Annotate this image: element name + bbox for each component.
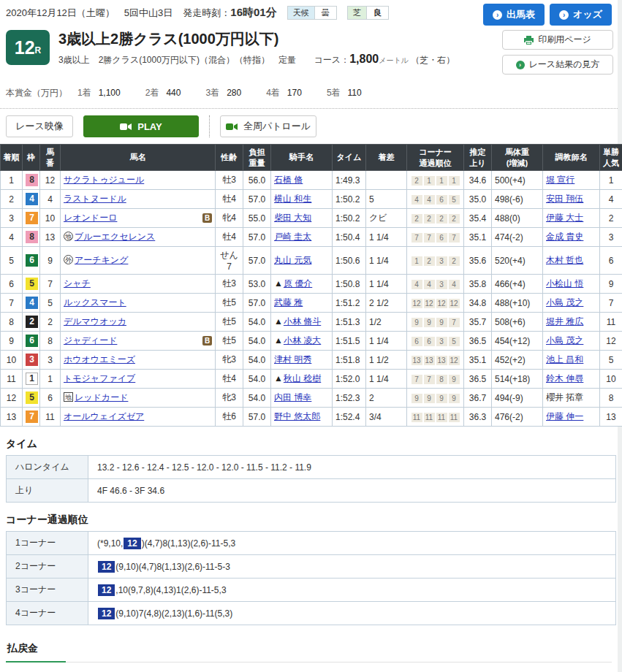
corner-position: 2	[449, 256, 460, 266]
margin-cell: 1 1/2	[366, 351, 407, 370]
corner-row-value: 12,10(9,7,8)(4,13)1(2,6)-11-5,3	[88, 579, 616, 602]
jockey-link[interactable]: 戸崎 圭太	[274, 232, 311, 242]
apprentice-mark: ▲	[274, 316, 283, 327]
horse-name-link[interactable]: デルマウオッカ	[64, 316, 126, 327]
horse-name-link[interactable]: ルックスマート	[64, 297, 126, 308]
time-cell: 1:50.8	[333, 275, 366, 294]
frame-number: 5	[26, 392, 38, 404]
corner-position: 11	[449, 413, 460, 422]
sex-age-cell: 牡5	[216, 332, 243, 351]
jockey-link[interactable]: 内田 博幸	[274, 392, 311, 402]
column-header: タイム	[333, 145, 366, 171]
jockey-link[interactable]: 小林 凌大	[284, 335, 321, 345]
results-guide-button[interactable]: › レース結果の見方	[502, 55, 613, 75]
trainer-link[interactable]: 金成 貴史	[546, 232, 583, 242]
corner-position: 7	[449, 233, 460, 243]
horse-name-link[interactable]: レオンドーロ	[64, 213, 117, 223]
horse-name-cell: 地ブルーエクセレンス	[61, 228, 216, 247]
trainer-link[interactable]: 伊藤 伸一	[546, 411, 583, 421]
frame-number: 7	[26, 411, 38, 423]
table-row: 3710レオンドーロB牝455.0柴田 大知1:50.2クビ222235.448…	[1, 209, 622, 228]
jockey-link[interactable]: 石橋 脩	[274, 175, 303, 185]
pos-cell: 8	[1, 313, 23, 332]
odds-button[interactable]: › オッズ	[550, 4, 612, 26]
column-header: 馬体重(増減)	[492, 145, 543, 171]
corner-position: 12	[411, 299, 422, 308]
blinker-badge: B	[202, 336, 212, 345]
corner-position: 9	[424, 394, 435, 403]
win-popularity-cell: 7	[600, 294, 622, 313]
frame-cell: 6	[23, 332, 40, 351]
win-popularity-cell: 12	[600, 332, 622, 351]
table-row: 244ラストヌードル牡457.0横山 和生1:50.25446535.0498(…	[1, 190, 622, 209]
horse-name-cell: トモジャファイブ	[61, 370, 216, 389]
time-cell: 1:51.3	[333, 313, 366, 332]
corner-position: 3	[436, 337, 447, 346]
horse-name-link[interactable]: オールウェイズゼア	[64, 411, 144, 421]
trainer-link[interactable]: 木村 哲也	[546, 255, 583, 265]
apprentice-mark: ▲	[274, 335, 283, 345]
jockey-link[interactable]: 津村 明秀	[274, 354, 311, 364]
horse-name-link[interactable]: シャチ	[64, 278, 91, 289]
horse-name-link[interactable]: サクラトゥジュール	[64, 175, 144, 185]
corners-cell: 4434	[407, 275, 464, 294]
corner-row-label: 4コーナー	[7, 602, 88, 625]
prize-amount: 110	[348, 88, 362, 98]
prize-list: 1着1,1002着4403着2804着1705着110	[77, 87, 387, 99]
horse-name-link[interactable]: ラストヌードル	[64, 194, 126, 204]
horse-name-link[interactable]: ブルーエクセレンス	[75, 232, 155, 242]
jockey-link[interactable]: 横山 和生	[274, 194, 311, 204]
win-popularity-cell: 9	[600, 275, 622, 294]
patrol-video-button[interactable]: 全周パトロール	[220, 115, 316, 137]
sex-age-cell: 牡6	[216, 408, 243, 427]
prize-rank: 4着	[266, 88, 280, 98]
trainer-link[interactable]: 小桧山 悟	[546, 278, 583, 289]
corner-position: 12	[449, 299, 460, 308]
course-note: （芝・右）	[411, 55, 455, 65]
frame-number: 6	[26, 254, 38, 267]
jockey-link[interactable]: 野中 悠太郎	[274, 411, 320, 421]
race-video-button[interactable]: レース映像	[6, 115, 73, 137]
horse-name-link[interactable]: トモジャファイブ	[64, 373, 135, 383]
trainer-link[interactable]: 鈴木 伸尋	[546, 373, 583, 383]
table-row: 569外アーチキングせん757.0丸山 元気1:50.61 1/4123235.…	[1, 247, 622, 275]
pos-cell: 5	[1, 247, 23, 275]
trainer-link[interactable]: 小島 茂之	[546, 297, 583, 308]
horse-name-link[interactable]: レッドカード	[75, 392, 128, 402]
jockey-link[interactable]: 秋山 稔樹	[284, 373, 321, 383]
last3f-cell: 35.4	[464, 209, 492, 228]
trainer-link[interactable]: 堀 宣行	[546, 175, 574, 185]
sex-age-cell: 牝4	[216, 209, 243, 228]
trainer-link[interactable]: 池上 昌和	[546, 354, 583, 364]
time-cell: 1:51.8	[333, 351, 366, 370]
corners-cell: 11111111	[407, 408, 464, 427]
jockey-cell: ▲小林 脩斗	[271, 313, 333, 332]
jockey-link[interactable]: 丸山 元気	[274, 255, 311, 265]
last3f-cell: 36.7	[464, 389, 492, 408]
horse-name-cell: デルマウオッカ	[61, 313, 216, 332]
trainer-link[interactable]: 伊藤 大士	[546, 213, 583, 223]
horse-name-link[interactable]: ジャディード	[64, 335, 117, 345]
trainer-link[interactable]: 安田 翔伍	[546, 194, 583, 204]
trainer-link[interactable]: 堀井 雅広	[546, 316, 583, 327]
horse-number-cell: 3	[40, 351, 61, 370]
divider	[209, 115, 210, 137]
jockey-link[interactable]: 武藤 雅	[274, 297, 303, 308]
jockey-link[interactable]: 小林 脩斗	[284, 316, 321, 327]
jockey-link[interactable]: 柴田 大知	[274, 213, 311, 223]
frame-cell: 6	[23, 247, 40, 275]
body-weight-cell: 494(-9)	[492, 389, 543, 408]
print-page-button[interactable]: 印刷用ページ	[502, 30, 613, 50]
trainer-link[interactable]: 小島 茂之	[546, 335, 583, 345]
carried-weight-cell: 54.0	[243, 313, 271, 332]
corner-position: 11	[436, 413, 447, 422]
horse-name-link[interactable]: アーチキング	[75, 255, 128, 265]
frame-cell: 8	[23, 228, 40, 247]
highlighted-horse-number: 12	[98, 561, 115, 573]
jockey-link[interactable]: 原 優介	[284, 278, 312, 289]
entry-table-button[interactable]: › 出馬表	[483, 4, 545, 26]
table-row: 822デルマウオッカ牡554.0▲小林 脩斗1:51.31/2999735.75…	[1, 313, 622, 332]
horse-name-link[interactable]: ホウオウエミーズ	[64, 354, 135, 364]
play-button[interactable]: PLAY	[83, 115, 199, 137]
trainer-cell: 金成 貴史	[543, 228, 600, 247]
